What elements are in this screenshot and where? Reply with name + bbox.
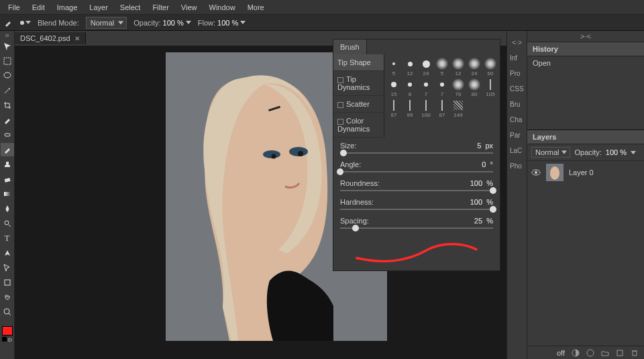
brush-preset[interactable]: 87 [387, 99, 400, 118]
tip-dynamics-section[interactable]: Tip Dynamics [333, 71, 384, 96]
properties-panel-tab[interactable]: Pro [507, 66, 527, 81]
brush-preset[interactable]: 15 [387, 78, 400, 97]
layer-name[interactable]: Layer 0 [569, 168, 594, 176]
photo-panel-tab[interactable]: Pho [507, 158, 527, 174]
brush-preset[interactable]: 7 [435, 78, 449, 97]
brush-preset[interactable]: 76 [451, 78, 465, 97]
slider-value[interactable]: 25 % [474, 217, 493, 225]
slider-value[interactable]: 5 px [477, 142, 493, 150]
move-tool[interactable] [1, 40, 14, 53]
heal-tool[interactable] [1, 128, 14, 142]
size-slider[interactable]: Size:5 px [340, 142, 493, 154]
trash-icon[interactable] [631, 349, 639, 357]
eyedropper-tool[interactable] [1, 113, 14, 127]
blur-tool[interactable] [1, 202, 14, 215]
visibility-icon[interactable] [531, 168, 541, 177]
brush-preset[interactable]: 8 [403, 78, 417, 97]
slider-value[interactable]: 0 ° [482, 160, 493, 168]
menu-layer[interactable]: Layer [84, 1, 113, 13]
history-entry[interactable]: Open [533, 59, 639, 67]
info-panel-tab[interactable]: Inf [507, 50, 527, 66]
spacing-slider[interactable]: Spacing:25 % [340, 217, 493, 229]
shape-tool[interactable] [1, 276, 14, 289]
menu-view[interactable]: View [176, 1, 203, 13]
mask-icon[interactable] [572, 349, 580, 357]
layercomps-panel-tab[interactable]: LaC [507, 143, 527, 158]
bw-reset-icon[interactable] [2, 337, 7, 342]
crop-tool[interactable] [1, 99, 14, 112]
stamp-tool[interactable] [1, 158, 14, 171]
brush-preset[interactable]: 87 [435, 99, 449, 118]
adjustment-icon[interactable] [586, 349, 594, 357]
brush-size-icon[interactable] [20, 21, 31, 25]
slider-value[interactable]: 100 % [470, 198, 493, 206]
history-panel-header[interactable]: History [527, 42, 644, 56]
wand-tool[interactable] [1, 84, 14, 97]
channels-panel-tab[interactable]: Cha [507, 112, 527, 127]
layer-thumbnail[interactable] [546, 164, 564, 181]
chevron-down-icon[interactable] [631, 151, 636, 154]
folder-icon[interactable] [601, 349, 609, 357]
eraser-tool[interactable] [1, 172, 14, 186]
foreground-color[interactable] [2, 326, 13, 336]
collapse-icon[interactable]: >·< [527, 31, 644, 42]
document-tab[interactable]: DSC_6402.psd ✕ [15, 32, 86, 44]
menu-image[interactable]: Image [52, 1, 83, 13]
blend-mode-select[interactable]: Normal [86, 17, 127, 29]
angle-slider[interactable]: Angle:0 ° [340, 160, 493, 172]
text-tool[interactable]: T [1, 232, 14, 245]
brush-preset[interactable]: 24 [419, 57, 433, 76]
lasso-tool[interactable] [1, 69, 14, 83]
gradient-tool[interactable] [1, 187, 14, 201]
color-dynamics-section[interactable]: Color Dynamics [333, 113, 384, 138]
color-swatches[interactable]: D [1, 326, 14, 343]
css-panel-tab[interactable]: CSS [507, 81, 527, 97]
menu-edit[interactable]: Edit [27, 1, 50, 13]
brush-preset[interactable]: 7 [419, 78, 433, 97]
path-tool[interactable] [1, 261, 14, 274]
brush-preset[interactable]: 99 [403, 99, 417, 118]
brush-preset[interactable]: 5 [387, 57, 400, 76]
dodge-tool[interactable] [1, 217, 14, 230]
roundness-slider[interactable]: Roundness:100 % [340, 179, 493, 191]
brush-preset[interactable]: 12 [403, 57, 417, 76]
brush-preset[interactable]: 12 [451, 57, 465, 76]
brush-panel-tab[interactable]: Brush [333, 40, 367, 54]
marquee-tool[interactable] [1, 54, 14, 68]
brush-preset[interactable]: 60 [484, 57, 497, 76]
layer-blend-select[interactable]: Normal [531, 147, 570, 158]
menu-window[interactable]: Window [204, 1, 241, 13]
brush-tool-icon [4, 17, 13, 28]
menu-filter[interactable]: Filter [147, 1, 174, 13]
layer-opacity-value[interactable]: 100 % [606, 148, 627, 156]
brush-preset[interactable]: 5 [435, 57, 449, 76]
menu-select[interactable]: Select [115, 1, 146, 13]
menu-file[interactable]: File [3, 1, 25, 13]
layer-row[interactable]: Layer 0 [527, 161, 644, 184]
brushes-panel-tab[interactable]: Bru [507, 97, 527, 112]
layers-panel-header[interactable]: Layers [527, 130, 644, 144]
menu-more[interactable]: More [242, 1, 270, 13]
collapse-icon[interactable]: » [1, 31, 14, 39]
zoom-tool[interactable] [1, 305, 14, 319]
hardness-slider[interactable]: Hardness:100 % [340, 198, 493, 210]
new-layer-icon[interactable] [616, 349, 624, 357]
close-icon[interactable]: ✕ [74, 35, 80, 42]
brush-preset[interactable]: 105 [484, 78, 497, 97]
scatter-section[interactable]: Scatter [333, 96, 384, 113]
slider-value[interactable]: 100 % [470, 179, 493, 187]
opacity-control[interactable]: Opacity: 100 % [133, 19, 191, 27]
tip-shape-section[interactable]: Tip Shape [333, 54, 384, 71]
flow-control[interactable]: Flow: 100 % [198, 19, 246, 27]
brush-tool[interactable] [1, 143, 14, 156]
pen-tool[interactable] [1, 246, 14, 260]
paragraph-panel-tab[interactable]: Par [507, 127, 527, 143]
slider-label: Spacing: [340, 217, 369, 225]
brush-preset[interactable]: 80 [468, 78, 481, 97]
brush-preset[interactable]: 100 [419, 99, 433, 118]
brush-preset[interactable]: 149 [451, 99, 465, 118]
options-bar: Blend Mode: Normal Opacity: 100 % Flow: … [0, 15, 644, 31]
hand-tool[interactable] [1, 291, 14, 304]
brush-preset[interactable]: 24 [468, 57, 481, 76]
expand-icon[interactable]: <·> [507, 35, 527, 50]
